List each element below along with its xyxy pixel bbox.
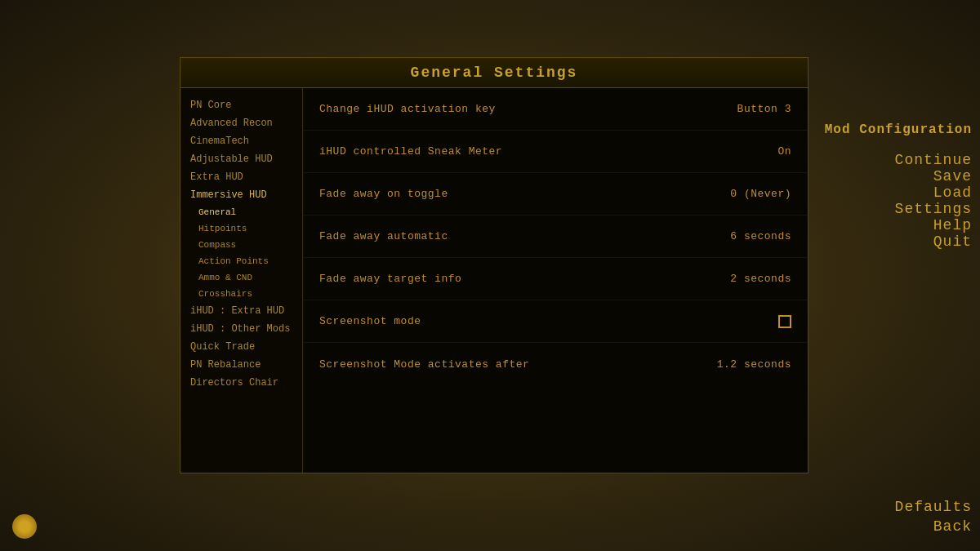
setting-label-5: Screenshot mode [319, 315, 421, 327]
bottom-right-item-back[interactable]: Back [933, 518, 972, 535]
sidebar-item-cinematech[interactable]: CinemaTech [180, 132, 302, 150]
sidebar-item-adjustable-hud[interactable]: Adjustable HUD [180, 150, 302, 168]
page-title: General Settings [411, 64, 578, 81]
right-menu-item-continue[interactable]: Continue [895, 152, 972, 168]
setting-row-4: Fade away target info2 seconds [303, 258, 808, 300]
setting-label-3: Fade away automatic [319, 230, 448, 242]
setting-label-4: Fade away target info [319, 273, 461, 285]
setting-row-6: Screenshot Mode activates after1.2 secon… [303, 343, 808, 385]
setting-value-6[interactable]: 1.2 seconds [717, 358, 791, 371]
sidebar-item-advanced-recon[interactable]: Advanced Recon [180, 114, 302, 132]
right-menu-item-save[interactable]: Save [895, 168, 972, 184]
right-menu-title: Mod Configuration [825, 122, 972, 137]
bottom-right: DefaultsBack [895, 499, 972, 535]
right-menu-item-help[interactable]: Help [895, 217, 972, 233]
sidebar-item-hitpoints[interactable]: Hitpoints [180, 220, 302, 237]
right-menu-item-settings[interactable]: Settings [895, 201, 972, 217]
setting-row-1: iHUD controlled Sneak MeterOn [303, 131, 808, 173]
bottom-right-item-defaults[interactable]: Defaults [895, 499, 972, 515]
sidebar-item-pn-core[interactable]: PN Core [180, 96, 302, 114]
right-menu-item-quit[interactable]: Quit [895, 233, 972, 250]
setting-row-0: Change iHUD activation keyButton 3 [303, 88, 808, 131]
setting-label-6: Screenshot Mode activates after [319, 358, 529, 371]
setting-value-0[interactable]: Button 3 [737, 103, 791, 115]
sidebar-item-immersive-hud[interactable]: Immersive HUD [180, 186, 302, 204]
sidebar-item-quick-trade[interactable]: Quick Trade [180, 338, 302, 356]
settings-panel: Change iHUD activation keyButton 3iHUD c… [303, 88, 808, 473]
sidebar-item-action-points[interactable]: Action Points [180, 253, 302, 269]
setting-value-3[interactable]: 6 seconds [730, 230, 791, 242]
setting-label-0: Change iHUD activation key [319, 103, 496, 115]
setting-value-1[interactable]: On [777, 145, 791, 158]
setting-label-2: Fade away on toggle [319, 188, 448, 200]
setting-row-3: Fade away automatic6 seconds [303, 216, 808, 258]
setting-row-5: Screenshot mode [303, 300, 808, 343]
content-area: PN CoreAdvanced ReconCinemaTechAdjustabl… [180, 87, 808, 473]
main-container: General Settings PN CoreAdvanced ReconCi… [180, 57, 808, 473]
setting-row-2: Fade away on toggle0 (Never) [303, 173, 808, 216]
sidebar-item-pn-rebalance[interactable]: PN Rebalance [180, 356, 302, 374]
sidebar-item-extra-hud[interactable]: Extra HUD [180, 168, 302, 186]
sidebar-item-general[interactable]: General [180, 204, 302, 220]
setting-checkbox-5[interactable] [778, 315, 791, 328]
bottom-left-icon [12, 514, 37, 539]
sidebar: PN CoreAdvanced ReconCinemaTechAdjustabl… [180, 88, 303, 473]
sidebar-item-directors-chair[interactable]: Directors Chair [180, 374, 302, 392]
sidebar-item-ihud--extra-hud[interactable]: iHUD : Extra HUD [180, 302, 302, 320]
setting-label-1: iHUD controlled Sneak Meter [319, 145, 502, 158]
right-menu-item-load[interactable]: Load [895, 184, 972, 201]
sidebar-item-crosshairs[interactable]: Crosshairs [180, 286, 302, 302]
setting-value-2[interactable]: 0 (Never) [730, 188, 791, 200]
sidebar-item-ihud--other-mods[interactable]: iHUD : Other Mods [180, 320, 302, 338]
setting-value-4[interactable]: 2 seconds [730, 273, 791, 285]
sidebar-item-ammo--cnd[interactable]: Ammo & CND [180, 269, 302, 286]
sidebar-item-compass[interactable]: Compass [180, 237, 302, 253]
title-bar: General Settings [180, 57, 808, 87]
right-menu: Mod Configuration ContinueSaveLoadSettin… [825, 122, 972, 250]
